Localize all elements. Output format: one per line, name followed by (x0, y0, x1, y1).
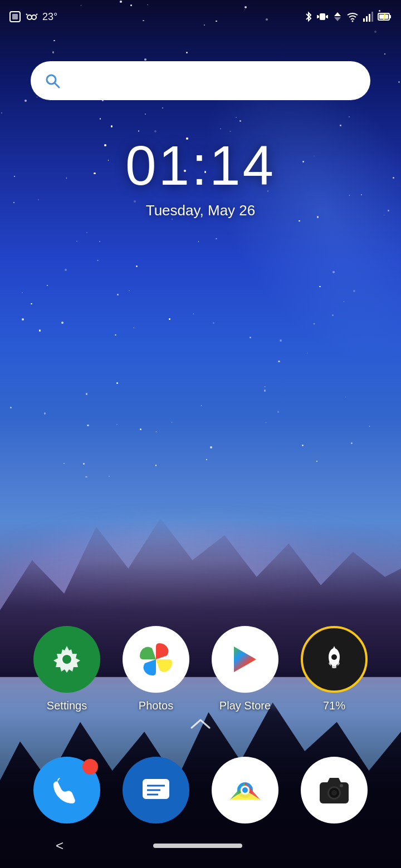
home-bar[interactable] (153, 844, 242, 848)
chrome-icon-bg (212, 757, 278, 823)
bluetooth-icon (304, 11, 313, 23)
phone-badge (82, 759, 98, 775)
messages-icon-bg (123, 757, 189, 823)
svg-rect-1 (12, 14, 18, 19)
rocket-label: 71% (323, 699, 345, 712)
svg-rect-29 (332, 663, 336, 668)
svg-rect-7 (320, 13, 325, 20)
svg-rect-18 (371, 12, 373, 22)
app-rocket[interactable]: 71% (301, 626, 368, 712)
dock-chrome[interactable] (212, 757, 278, 823)
up-chevron[interactable] (189, 717, 212, 730)
wifi-icon (346, 11, 359, 23)
svg-point-46 (331, 790, 337, 796)
signal-icon (362, 11, 374, 23)
svg-point-2 (27, 15, 32, 19)
clock-time: 01:14 (0, 134, 401, 198)
svg-point-42 (242, 787, 248, 793)
svg-rect-33 (143, 779, 169, 799)
clock-date: Tuesday, May 26 (0, 202, 401, 219)
app-playstore[interactable]: Play Store (212, 626, 278, 712)
battery-icon (378, 11, 392, 23)
playstore-label: Play Store (219, 699, 271, 712)
dock-camera[interactable] (301, 757, 368, 823)
svg-rect-17 (369, 14, 370, 22)
svg-line-4 (26, 14, 27, 15)
photos-label: Photos (139, 699, 173, 712)
dock (0, 757, 401, 823)
photos-icon-bg (123, 626, 189, 693)
vibrate-icon (316, 11, 329, 23)
settings-label: Settings (47, 699, 87, 712)
svg-point-14 (352, 21, 354, 22)
app-photos[interactable]: Photos (123, 626, 189, 712)
nav-bar: < (0, 823, 401, 868)
svg-line-24 (55, 83, 59, 87)
settings-icon-bg (33, 626, 100, 693)
svg-point-32 (331, 654, 337, 660)
svg-rect-15 (363, 18, 365, 22)
screenshot-icon (9, 11, 21, 23)
status-bar: 23° (0, 0, 401, 33)
clock-display: 01:14 Tuesday, May 26 (0, 134, 401, 219)
status-left: 23° (9, 11, 57, 23)
temperature: 23° (42, 11, 57, 23)
app-settings[interactable]: Settings (33, 626, 100, 712)
svg-point-47 (340, 784, 343, 787)
rocket-icon-bg (301, 626, 368, 693)
dock-messages[interactable] (123, 757, 189, 823)
data-icon (332, 11, 343, 23)
search-bar[interactable] (31, 61, 370, 100)
back-button[interactable]: < (56, 838, 63, 854)
status-right (304, 11, 392, 23)
search-icon (44, 72, 61, 89)
app-grid: Settings Photos (0, 626, 401, 712)
dock-phone[interactable] (33, 757, 100, 823)
playstore-icon-bg (212, 626, 278, 693)
svg-point-3 (32, 15, 36, 19)
phone-icon-bg (33, 757, 100, 823)
svg-marker-12 (334, 12, 341, 16)
spy-icon (26, 11, 38, 23)
camera-icon-bg (301, 757, 368, 823)
svg-rect-21 (389, 15, 391, 18)
svg-marker-13 (334, 17, 341, 21)
svg-point-26 (62, 655, 71, 664)
svg-rect-16 (366, 16, 368, 22)
svg-line-22 (384, 13, 385, 20)
svg-line-5 (36, 14, 37, 15)
